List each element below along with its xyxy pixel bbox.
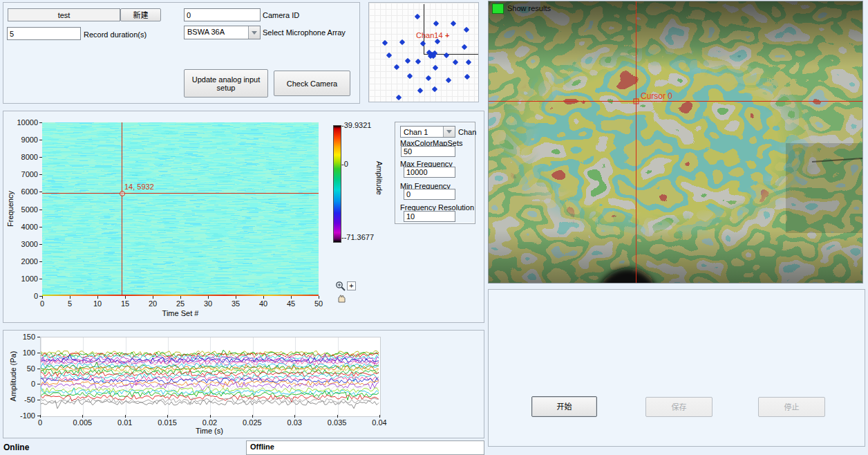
record-duration-input[interactable] [7, 27, 81, 40]
config-panel: test 新建 Record duration(s) Camera ID BSW… [3, 2, 360, 104]
mic-point [420, 41, 426, 46]
chan-dropdown[interactable]: Chan 1 [400, 126, 455, 138]
mic-y-axis [424, 4, 424, 55]
update-analog-input-button[interactable]: Update analog input setup [184, 69, 268, 98]
show-results-checkbox[interactable] [492, 3, 504, 14]
online-status-label: Online [3, 443, 29, 452]
mic-array-dropdown[interactable]: BSWA 36A [184, 26, 261, 39]
check-camera-button[interactable]: Check Camera [274, 71, 350, 96]
spectro-cursor-center[interactable] [120, 191, 125, 196]
spectro-xtick-label: 25 [170, 299, 191, 308]
waveform-plot[interactable] [40, 337, 381, 417]
mic-point [415, 59, 421, 64]
colorbar-max-label: -39.9321 [341, 121, 371, 130]
wave-xtick [337, 415, 338, 418]
minfreq-input[interactable] [404, 189, 455, 200]
wave-xtick-label: 0.025 [238, 418, 266, 427]
spectro-xtick-label: 40 [253, 299, 274, 308]
spectro-ytick-label: 7000 [12, 170, 38, 179]
spectro-ytick [39, 140, 42, 140]
wave-xtick-label: 0.03 [281, 418, 308, 427]
spectro-ytick [39, 192, 42, 192]
zoom-plus-tool[interactable]: + [347, 281, 356, 290]
mic-point [464, 27, 469, 32]
mic-point [407, 73, 413, 79]
camera-id-input[interactable] [184, 8, 261, 21]
spectro-ytick-label: 10000 [12, 118, 38, 127]
waveform-traces [41, 337, 380, 416]
mic-point [417, 88, 423, 93]
mic-point [446, 77, 451, 83]
spectro-ytick [39, 279, 42, 279]
camera-view[interactable]: Cursor 0 Show results [488, 1, 863, 284]
offline-status-box: Offline [246, 440, 484, 455]
spectro-ytick-label: 9000 [12, 136, 38, 145]
wave-xtick-label: 0 [26, 418, 54, 427]
mic-point [415, 14, 420, 19]
new-button[interactable]: 新建 [120, 8, 161, 21]
spectro-ytick [39, 122, 42, 123]
wave-xtick [125, 415, 126, 418]
freqres-input[interactable] [404, 211, 455, 222]
mic-point [394, 64, 399, 70]
mic-point [386, 53, 392, 58]
zoom-tool-icon[interactable] [335, 281, 346, 292]
control-panel: 开始 保存 停止 [488, 289, 865, 447]
wave-xtick-label: 0.01 [111, 418, 139, 427]
wave-ytick [37, 369, 40, 369]
mic-array-plot[interactable]: Chan14 + [369, 3, 478, 102]
spectro-xtick [208, 296, 209, 299]
chan-label: Chan [458, 128, 476, 137]
save-button[interactable]: 保存 [645, 397, 713, 417]
stop-button[interactable]: 停止 [758, 397, 825, 417]
camera-id-label: Camera ID [263, 11, 299, 20]
spectro-xtick [153, 296, 153, 299]
mic-cursor-label: Chan14 [416, 31, 443, 40]
pan-hand-icon[interactable] [336, 293, 347, 304]
spectrogram-plot[interactable]: 14, 5932 [42, 122, 319, 296]
spectro-ytick-label: 6000 [12, 187, 38, 196]
spectro-ytick [39, 174, 42, 175]
mic-point [453, 59, 458, 65]
wave-xtick-label: 0.04 [366, 418, 393, 427]
spectro-xtick-label: 35 [225, 299, 246, 308]
app-window: test 新建 Record duration(s) Camera ID BSW… [0, 0, 868, 455]
mic-point [464, 74, 470, 80]
spectro-xtick-label: 10 [87, 299, 108, 308]
spectro-xtick [125, 296, 126, 299]
spectro-cursor-vline[interactable] [122, 122, 122, 296]
maxcolormap-input[interactable] [401, 146, 455, 157]
wave-xtick-label: 0.015 [153, 418, 181, 427]
spectro-ytick-label: 5000 [12, 205, 38, 214]
spectro-ytick [39, 244, 42, 245]
record-duration-label: Record duration(s) [84, 30, 147, 39]
spectro-xtick [236, 296, 236, 299]
start-button[interactable]: 开始 [531, 396, 597, 417]
spectro-cursor-label: 14, 5932 [124, 183, 154, 192]
mic-point [382, 40, 388, 46]
wave-ytick-label: 150 [13, 333, 35, 342]
chevron-down-icon[interactable] [443, 127, 455, 137]
spectro-controls-box: Chan 1 Chan MaxColorMapSets Max Frequenc… [395, 122, 475, 224]
test-name-field[interactable]: test [8, 8, 120, 21]
mic-point [426, 75, 431, 81]
spectro-xtick-label: 20 [142, 299, 163, 308]
colorbar-min-label: --71.3677 [341, 233, 374, 242]
wave-xtick-label: 0.005 [68, 418, 96, 427]
wave-xtick [252, 415, 253, 418]
spectrogram-panel: Frequency [3, 111, 484, 323]
wave-xtick [82, 415, 83, 418]
spectro-xtick [291, 296, 292, 299]
wave-ytick-label: -50 [13, 396, 35, 405]
wave-xtick [210, 415, 211, 418]
show-results-label: Show results [507, 4, 551, 13]
mic-point [399, 39, 405, 45]
offline-status-label: Offline [250, 443, 274, 451]
chevron-down-icon[interactable] [248, 26, 260, 39]
mic-cursor-cross[interactable]: + [445, 31, 449, 40]
spectro-xtick [42, 296, 43, 299]
colorbar-axis-label: Amplitude [375, 161, 384, 195]
acoustic-overlay-image: Cursor 0 [489, 1, 862, 283]
maxfreq-input[interactable] [404, 167, 455, 178]
spectro-cursor-hline[interactable] [42, 193, 319, 194]
